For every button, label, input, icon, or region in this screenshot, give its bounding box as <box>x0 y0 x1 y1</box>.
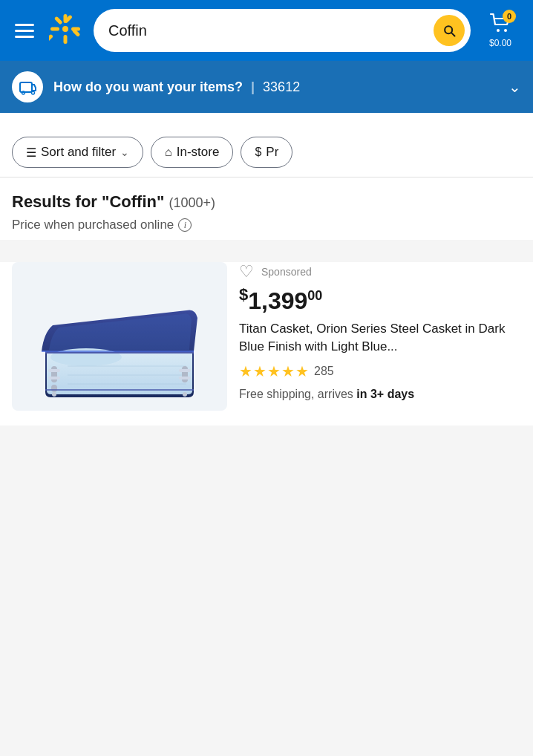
in-store-label: In-store <box>177 145 220 160</box>
stars-row: ★★★★★ 285 <box>239 362 521 380</box>
section-gap <box>0 113 533 128</box>
svg-point-26 <box>183 392 187 397</box>
sort-filter-button[interactable]: ☰ Sort and filter ⌄ <box>12 137 143 168</box>
svg-rect-19 <box>48 369 60 372</box>
product-image-column <box>12 262 227 411</box>
product-details-column: ♡ Sponsored $1,39900 Titan Casket, Orion… <box>239 262 521 411</box>
svg-rect-20 <box>48 377 60 379</box>
cart-price: $0.00 <box>489 38 511 48</box>
product-price: $1,39900 <box>239 286 521 314</box>
results-section: Results for "Coffin" (1000+) Price when … <box>0 177 533 240</box>
results-count: (1000+) <box>169 195 216 210</box>
svg-rect-3 <box>50 27 59 30</box>
delivery-icon <box>12 71 43 102</box>
svg-rect-23 <box>179 377 191 379</box>
results-prefix: Results for <box>12 192 102 211</box>
delivery-chevron-icon[interactable]: ⌄ <box>509 78 521 96</box>
sort-icon: ☰ <box>26 146 36 160</box>
product-card: ♡ Sponsored $1,39900 Titan Casket, Orion… <box>0 262 533 426</box>
price-dollar-sign: $ <box>239 285 248 304</box>
sponsored-label: Sponsored <box>261 266 312 278</box>
filter-bar: ☰ Sort and filter ⌄ ⌂ In-store $ Pr <box>0 128 533 177</box>
delivery-text: How do you want your items? | 33612 <box>53 79 498 95</box>
svg-point-13 <box>32 91 35 94</box>
svg-rect-18 <box>51 366 57 382</box>
svg-point-9 <box>497 29 500 32</box>
cart-icon-wrap: 0 <box>489 13 511 36</box>
search-bar: Coffin <box>94 9 471 52</box>
in-store-filter-button[interactable]: ⌂ In-store <box>151 137 233 168</box>
svg-rect-2 <box>64 35 68 44</box>
svg-point-25 <box>52 392 56 397</box>
results-title: Results for "Coffin" (1000+) <box>12 192 521 212</box>
search-button[interactable] <box>434 15 465 46</box>
menu-button[interactable] <box>12 21 37 41</box>
sponsored-row: ♡ Sponsored <box>239 262 521 281</box>
svg-rect-11 <box>20 82 32 92</box>
product-title[interactable]: Titan Casket, Orion Series Steel Casket … <box>239 320 521 356</box>
results-query: "Coffin" <box>102 192 164 211</box>
store-icon: ⌂ <box>165 146 172 159</box>
app-header: Coffin 0 $0.00 <box>0 0 533 61</box>
svg-rect-24 <box>51 385 57 392</box>
svg-rect-21 <box>182 366 188 382</box>
review-count: 285 <box>314 365 334 378</box>
search-input[interactable]: Coffin <box>108 22 428 39</box>
shipping-bold: in 3+ days <box>356 388 414 400</box>
delivery-banner[interactable]: How do you want your items? | 33612 ⌄ <box>0 61 533 113</box>
price-filter-button[interactable]: $ Pr <box>241 137 292 168</box>
wishlist-icon[interactable]: ♡ <box>239 262 254 281</box>
cart-badge: 0 <box>503 10 516 23</box>
price-icon: $ <box>255 146 261 159</box>
price-note: Price when purchased online i <box>12 218 521 232</box>
price-cents: 00 <box>307 288 322 303</box>
svg-rect-22 <box>179 369 191 372</box>
svg-rect-5 <box>54 16 63 25</box>
svg-rect-7 <box>49 33 53 42</box>
shipping-info: Free shipping, arrives in 3+ days <box>239 386 521 403</box>
cart-button[interactable]: 0 $0.00 <box>480 13 521 48</box>
price-main: 1,399 <box>248 287 307 314</box>
product-image[interactable] <box>12 262 227 411</box>
sort-chevron-icon: ⌄ <box>120 146 129 158</box>
svg-point-10 <box>504 29 507 32</box>
info-icon[interactable]: i <box>178 218 192 232</box>
sort-filter-label: Sort and filter <box>41 145 116 160</box>
svg-point-0 <box>62 26 68 32</box>
stars-icon[interactable]: ★★★★★ <box>239 362 310 380</box>
walmart-logo <box>49 13 82 49</box>
price-label: Pr <box>266 145 278 160</box>
